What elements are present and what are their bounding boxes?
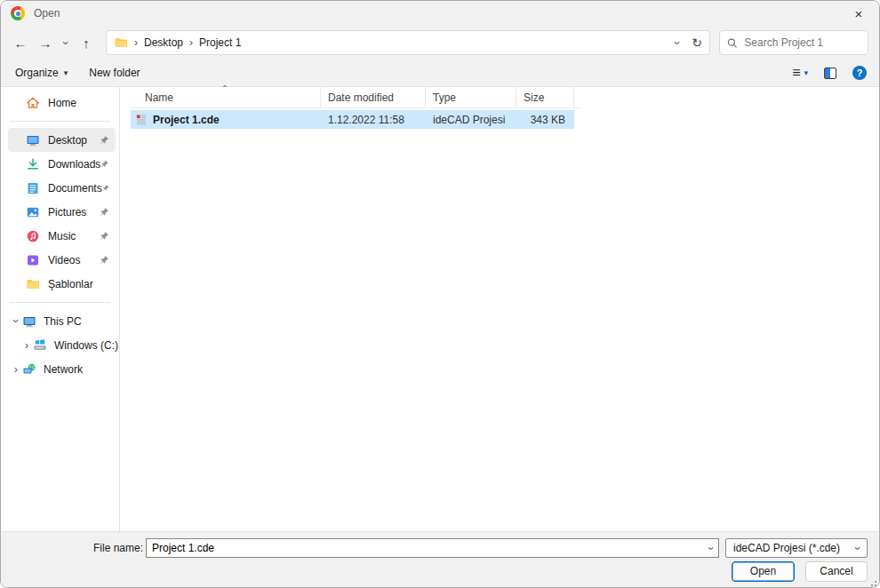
home-icon: [26, 96, 40, 110]
pin-icon: [100, 231, 109, 241]
pin-icon: [100, 255, 109, 265]
file-date-modified: 1.12.2022 11:58: [321, 110, 426, 129]
file-row-selected[interactable]: Project 1.cde 1.12.2022 11:58 ideCAD Pro…: [131, 110, 574, 129]
forward-icon: →: [39, 36, 52, 51]
file-name-label: File name:: [54, 538, 143, 558]
expanded-chevron-icon[interactable]: ›: [11, 319, 22, 322]
file-name: Project 1.cde: [153, 114, 220, 126]
breadcrumb-project1[interactable]: Project 1: [199, 36, 241, 49]
search-input[interactable]: [744, 36, 860, 49]
new-folder-label: New folder: [89, 67, 140, 79]
file-size: 343 KB: [516, 110, 574, 129]
sidebar-item-windows-c[interactable]: › Windows (C:): [1, 333, 119, 357]
pin-icon: [100, 159, 109, 169]
address-bar[interactable]: › Desktop › Project 1 › ↻: [106, 30, 710, 55]
network-icon: [22, 362, 36, 377]
caret-down-icon: ▾: [64, 68, 68, 77]
sort-ascending-icon: ˆ: [223, 84, 227, 97]
sidebar-item-downloads[interactable]: Downloads: [8, 152, 116, 176]
sidebar-item-videos[interactable]: Videos: [8, 248, 116, 272]
sidebar-item-documents[interactable]: Documents: [8, 176, 116, 200]
pin-icon: [100, 207, 109, 217]
search-icon: [727, 37, 737, 49]
desktop-icon: [26, 133, 40, 147]
sidebar-divider: [10, 121, 110, 122]
back-icon: ←: [14, 36, 28, 51]
column-header-date-modified[interactable]: Date modified: [321, 87, 426, 107]
address-dropdown-icon[interactable]: ›: [672, 41, 684, 44]
organize-button[interactable]: Organize ▾: [15, 67, 68, 79]
window-title: Open: [34, 7, 60, 20]
breadcrumb-separator: ›: [189, 36, 193, 49]
drive-icon: [33, 338, 47, 353]
new-folder-button[interactable]: New folder: [89, 67, 140, 79]
up-icon: ↑: [83, 36, 90, 51]
file-name-combobox: ›: [146, 538, 719, 558]
file-name-input[interactable]: [146, 538, 719, 558]
open-file-dialog: Open × ← → › ↑ › Desktop › Project 1 › ↻…: [0, 0, 880, 588]
folder-icon: [26, 277, 40, 291]
up-button[interactable]: ↑: [74, 31, 99, 54]
pin-icon: [100, 135, 109, 145]
caret-down-icon: ▾: [804, 68, 808, 77]
documents-icon: [26, 181, 40, 195]
pin-icon: [102, 183, 109, 193]
videos-icon: [26, 253, 40, 267]
navigation-bar: ← → › ↑ › Desktop › Project 1 › ↻: [1, 26, 879, 60]
history-dropdown-button[interactable]: ›: [58, 31, 74, 54]
sidebar-item-music[interactable]: Music: [8, 224, 116, 248]
dialog-footer: File name: › ideCAD Projesi (*.cde) › Op…: [1, 531, 879, 588]
sidebar-item-network[interactable]: › Network: [1, 357, 119, 381]
file-name-dropdown-icon[interactable]: ›: [705, 546, 716, 550]
preview-pane-icon[interactable]: [824, 68, 836, 79]
sidebar-item-sablonlar[interactable]: Şablonlar: [8, 272, 116, 296]
file-list-header: ˆ Name Date modified Type Size: [131, 87, 580, 108]
music-icon: [26, 229, 40, 243]
sidebar: Home Desktop Downloads Documents Picture…: [1, 87, 120, 531]
breadcrumb-desktop[interactable]: Desktop: [144, 36, 183, 49]
help-icon[interactable]: ?: [852, 66, 867, 80]
sidebar-item-desktop[interactable]: Desktop: [8, 128, 116, 152]
column-header-size[interactable]: Size: [516, 87, 574, 107]
view-mode-button[interactable]: ≡ ▾: [792, 65, 808, 81]
close-button[interactable]: ×: [838, 1, 879, 26]
back-button[interactable]: ←: [8, 31, 33, 54]
list-view-icon: ≡: [792, 65, 800, 81]
chrome-icon: [11, 6, 25, 20]
open-button[interactable]: Open: [732, 561, 795, 582]
chevron-down-icon: ›: [60, 41, 72, 44]
folder-icon: [114, 36, 128, 50]
file-type-dropdown-icon: ›: [852, 546, 863, 550]
file-type-select[interactable]: ideCAD Projesi (*.cde) ›: [725, 538, 868, 558]
collapsed-chevron-icon[interactable]: ›: [25, 339, 28, 351]
refresh-icon[interactable]: ↻: [692, 36, 702, 50]
sidebar-divider: [10, 302, 110, 303]
sidebar-item-pictures[interactable]: Pictures: [8, 200, 116, 224]
idecad-file-icon: [135, 114, 148, 126]
file-type: ideCAD Projesi: [426, 110, 516, 129]
resize-grip-icon[interactable]: [868, 577, 876, 586]
file-type-value: ideCAD Projesi (*.cde): [733, 542, 840, 554]
search-box[interactable]: [719, 30, 868, 55]
sidebar-item-this-pc[interactable]: › This PC: [1, 309, 119, 333]
pictures-icon: [26, 205, 40, 219]
sidebar-item-home[interactable]: Home: [8, 91, 116, 115]
close-icon: ×: [855, 6, 863, 21]
this-pc-icon: [22, 314, 36, 329]
breadcrumb-separator: ›: [134, 36, 138, 49]
collapsed-chevron-icon[interactable]: ›: [14, 363, 18, 375]
forward-button[interactable]: →: [33, 31, 58, 54]
file-list: ˆ Name Date modified Type Size Project 1…: [120, 87, 880, 531]
toolbar: Organize ▾ New folder ≡ ▾ ?: [1, 60, 879, 87]
downloads-icon: [26, 157, 40, 171]
column-header-type[interactable]: Type: [426, 87, 516, 107]
cancel-button[interactable]: Cancel: [805, 561, 868, 582]
titlebar: Open ×: [1, 1, 879, 26]
organize-label: Organize: [15, 67, 59, 79]
